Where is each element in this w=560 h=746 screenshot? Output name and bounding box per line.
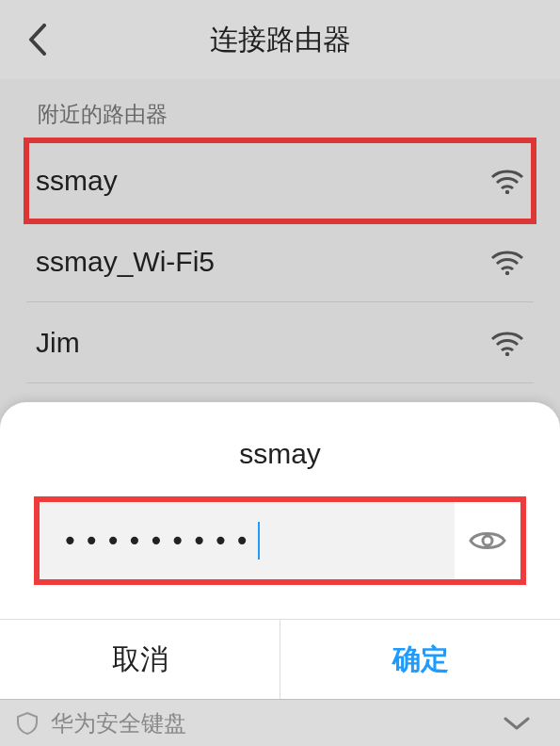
wifi-name: ssmay_Wi-Fi5 [36,246,215,278]
svg-point-1 [505,270,509,274]
header: 连接路由器 [0,0,560,79]
svg-point-3 [483,536,492,545]
shield-icon [15,711,40,736]
text-cursor [258,522,260,560]
chevron-left-icon [27,24,48,56]
ime-bar: 华为安全键盘 [0,699,560,746]
ime-collapse-button[interactable] [488,715,545,732]
wifi-list: ssmay ssmay_Wi-Fi5 Jim [0,140,560,383]
password-field-wrap: ••••••••• [34,496,526,585]
wifi-row-ssmay[interactable]: ssmay [26,140,534,221]
back-button[interactable] [19,21,56,58]
svg-point-2 [505,351,509,355]
confirm-button[interactable]: 确定 [280,620,560,699]
eye-icon [469,527,506,554]
dialog-actions: 取消 确定 [0,619,560,699]
wifi-icon [490,168,524,194]
ime-label: 华为安全键盘 [51,708,186,738]
wifi-row-jim[interactable]: Jim [26,302,534,383]
svg-point-0 [505,189,509,193]
wifi-name: Jim [36,327,80,359]
toggle-password-visibility[interactable] [455,502,520,579]
password-input[interactable]: ••••••••• [40,502,455,579]
wifi-icon [490,249,524,275]
wifi-name: ssmay [36,165,118,197]
section-label: 附近的路由器 [0,79,560,140]
cancel-button[interactable]: 取消 [0,620,280,699]
chevron-down-icon [503,715,531,732]
dialog-title: ssmay [0,402,560,496]
page-title: 连接路由器 [210,21,351,59]
wifi-icon [490,330,524,356]
password-mask: ••••••••• [62,526,256,557]
password-dialog: ssmay ••••••••• 取消 确定 [0,402,560,699]
wifi-row-ssmay-wifi5[interactable]: ssmay_Wi-Fi5 [26,221,534,302]
